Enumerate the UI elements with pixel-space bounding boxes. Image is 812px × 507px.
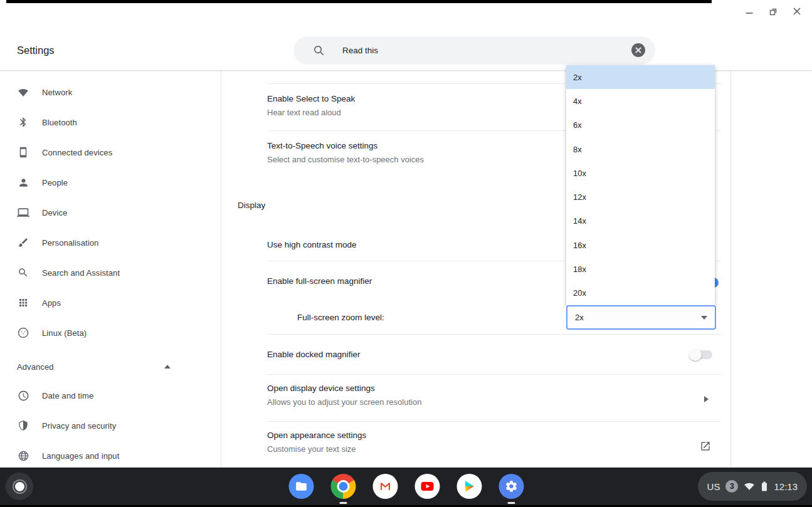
keyboard-layout-label: US xyxy=(707,481,720,492)
files-app-button[interactable] xyxy=(288,474,314,499)
chrome-icon xyxy=(330,474,356,499)
youtube-app-button[interactable] xyxy=(414,474,440,499)
sidebar-item-connected-devices[interactable]: Connected devices xyxy=(0,137,221,167)
clear-x-icon xyxy=(635,47,641,53)
sidebar-item-search-assistant[interactable]: Search and Assistant xyxy=(0,258,221,288)
sidebar-item-label: Languages and input xyxy=(42,451,119,461)
apps-grid-icon xyxy=(17,296,29,309)
launcher-icon xyxy=(15,482,24,491)
toggle-thumb xyxy=(689,348,702,361)
sidebar-item-bluetooth[interactable]: Bluetooth xyxy=(0,107,221,137)
row-display-device-settings[interactable]: Open display device settings Allows you … xyxy=(267,374,721,421)
zoom-level-label: Full-screen zoom level: xyxy=(297,311,384,325)
search-icon xyxy=(313,44,325,56)
bluetooth-icon xyxy=(17,116,29,128)
dropdown-option-8x[interactable]: 8x xyxy=(566,137,715,161)
sidebar-item-languages-input[interactable]: Languages and input xyxy=(0,441,221,471)
running-indicator xyxy=(339,502,347,504)
globe-icon xyxy=(17,449,29,462)
dropdown-option-6x[interactable]: 6x xyxy=(566,113,715,137)
row-title: Enable docked magnifier xyxy=(267,348,361,362)
running-indicator xyxy=(507,502,515,504)
zoom-level-dropdown-menu: 2x 4x 6x 8x 10x 12x 14x 16x 18x 20x xyxy=(566,65,715,305)
penguin-icon xyxy=(17,327,29,339)
row-appearance-settings[interactable]: Open appearance settings Customise your … xyxy=(267,421,721,467)
sidebar-item-label: Personalisation xyxy=(42,238,98,248)
window-controls xyxy=(744,6,802,16)
sidebar-item-network[interactable]: Network xyxy=(0,77,221,107)
page-title: Settings xyxy=(17,44,55,56)
section-header-display: Display xyxy=(238,201,265,210)
external-link-icon xyxy=(700,441,711,454)
files-icon xyxy=(288,474,314,499)
play-store-icon xyxy=(456,474,482,499)
laptop-icon xyxy=(17,206,29,219)
minimize-icon xyxy=(745,7,754,16)
settings-gear-icon xyxy=(498,474,524,499)
docked-magnifier-toggle[interactable] xyxy=(691,350,712,359)
sidebar-item-date-time[interactable]: Date and time xyxy=(0,380,221,410)
sidebar-item-apps[interactable]: Apps xyxy=(0,288,221,318)
dropdown-option-10x[interactable]: 10x xyxy=(566,161,715,185)
sidebar-item-personalisation[interactable]: Personalisation xyxy=(0,227,221,258)
battery-icon xyxy=(761,481,768,492)
sidebar-item-label: Bluetooth xyxy=(42,118,77,127)
youtube-icon xyxy=(414,474,440,499)
row-title: Use high contrast mode xyxy=(267,238,357,252)
settings-app-button[interactable] xyxy=(498,474,524,499)
clear-search-button[interactable] xyxy=(631,43,645,57)
select-value: 2x xyxy=(575,313,584,322)
sidebar-item-privacy-security[interactable]: Privacy and security xyxy=(0,410,221,441)
dropdown-option-18x[interactable]: 18x xyxy=(566,257,715,281)
gmail-app-button[interactable] xyxy=(372,474,398,499)
collapse-caret-icon xyxy=(164,365,171,368)
dropdown-option-4x[interactable]: 4x xyxy=(566,89,715,113)
chromeos-shelf: US 3 12:13 xyxy=(0,468,812,507)
advanced-label: Advanced xyxy=(17,362,54,372)
sidebar-item-label: Date and time xyxy=(42,391,93,400)
sidebar-item-label: Device xyxy=(42,208,67,217)
advanced-section-toggle[interactable]: Advanced xyxy=(0,353,221,380)
dropdown-option-14x[interactable]: 14x xyxy=(566,209,715,233)
row-title: Open appearance settings xyxy=(267,429,721,442)
settings-nav-sidebar: Network Bluetooth Connected devices Peop… xyxy=(0,71,221,468)
dropdown-option-2x[interactable]: 2x xyxy=(566,65,715,89)
dropdown-option-20x[interactable]: 20x xyxy=(566,281,715,305)
sidebar-item-label: Linux (Beta) xyxy=(42,328,87,338)
dropdown-option-12x[interactable]: 12x xyxy=(566,185,715,209)
row-title: Enable full-screen magnifier xyxy=(267,274,372,288)
chromeos-settings-screen: Settings Network Bluetooth xyxy=(0,0,812,507)
sidebar-item-people[interactable]: People xyxy=(0,167,221,197)
dropdown-option-16x[interactable]: 16x xyxy=(566,233,715,257)
search-input[interactable] xyxy=(342,46,581,55)
zoom-level-select[interactable]: 2x xyxy=(566,305,716,330)
restore-button[interactable] xyxy=(768,6,778,16)
chrome-app-button[interactable] xyxy=(330,474,356,499)
wifi-icon xyxy=(17,86,29,98)
sidebar-item-label: Privacy and security xyxy=(42,421,116,431)
sidebar-item-device[interactable]: Device xyxy=(0,197,221,227)
notification-count-badge: 3 xyxy=(725,480,738,493)
row-subtitle: Customise your text size xyxy=(267,442,721,456)
row-subtitle: Allows you to adjust your screen resolut… xyxy=(267,395,721,409)
launcher-button[interactable] xyxy=(6,473,33,500)
sidebar-item-label: Search and Assistant xyxy=(42,268,120,278)
row-docked-magnifier[interactable]: Enable docked magnifier xyxy=(267,334,721,374)
minimize-button[interactable] xyxy=(744,6,754,16)
wifi-status-icon xyxy=(744,482,755,491)
smartphone-icon xyxy=(17,146,29,159)
brush-icon xyxy=(17,236,29,249)
sidebar-item-label: Connected devices xyxy=(42,148,112,157)
status-tray[interactable]: US 3 12:13 xyxy=(698,472,807,501)
clock-time: 12:13 xyxy=(774,481,798,492)
close-button[interactable] xyxy=(792,6,802,16)
play-store-app-button[interactable] xyxy=(456,474,482,499)
search-bar[interactable] xyxy=(293,36,655,65)
gmail-icon xyxy=(372,474,398,499)
magnifier-icon xyxy=(17,266,29,279)
chevron-down-icon xyxy=(701,316,707,320)
shelf-apps xyxy=(288,468,524,505)
restore-icon xyxy=(769,7,778,16)
sidebar-item-linux[interactable]: Linux (Beta) xyxy=(0,318,221,348)
shield-icon xyxy=(17,419,29,432)
